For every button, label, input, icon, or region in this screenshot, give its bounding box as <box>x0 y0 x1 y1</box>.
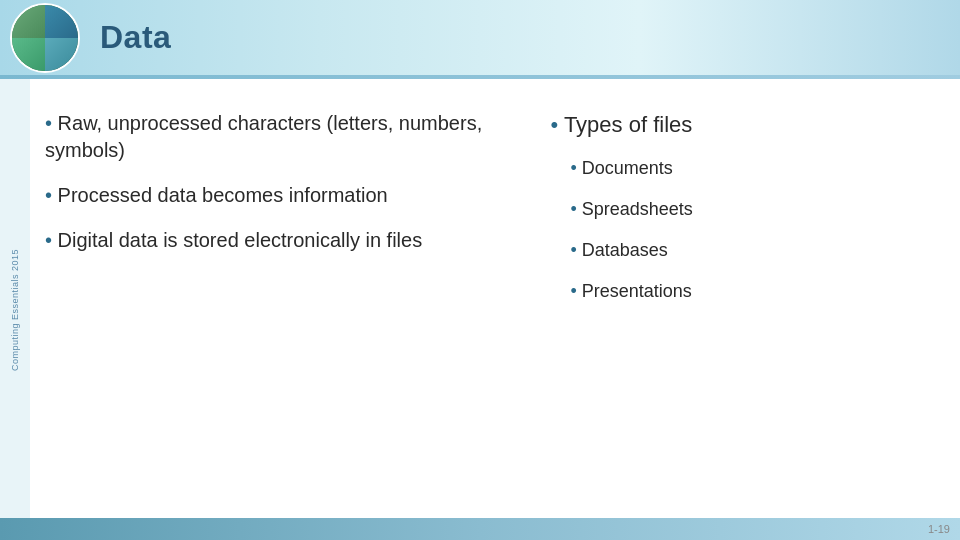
right-sub-bullet-3: Databases <box>545 238 950 263</box>
right-sub-bullet-2: Spreadsheets <box>545 197 950 222</box>
globe-icon <box>10 3 80 73</box>
right-column: Types of files Documents Spreadsheets Da… <box>545 100 950 510</box>
left-bullet-3: Digital data is stored electronically in… <box>40 227 525 254</box>
page-number: 1-19 <box>928 523 950 535</box>
left-bullet-2: Processed data becomes information <box>40 182 525 209</box>
sidebar-label: Computing Essentials 2015 <box>10 248 20 370</box>
right-main-bullet: Types of files <box>545 110 950 140</box>
sidebar: Computing Essentials 2015 <box>0 79 30 540</box>
header-bar: Data <box>0 0 960 75</box>
header-accent-line <box>0 75 960 79</box>
left-column: Raw, unprocessed characters (letters, nu… <box>40 100 525 510</box>
page-title: Data <box>100 19 171 56</box>
bottom-bar <box>0 518 960 540</box>
right-sub-bullet-4: Presentations <box>545 279 950 304</box>
main-content: Raw, unprocessed characters (letters, nu… <box>40 100 950 510</box>
left-bullet-1: Raw, unprocessed characters (letters, nu… <box>40 110 525 164</box>
globe-logo <box>0 0 90 75</box>
right-sub-bullet-1: Documents <box>545 156 950 181</box>
